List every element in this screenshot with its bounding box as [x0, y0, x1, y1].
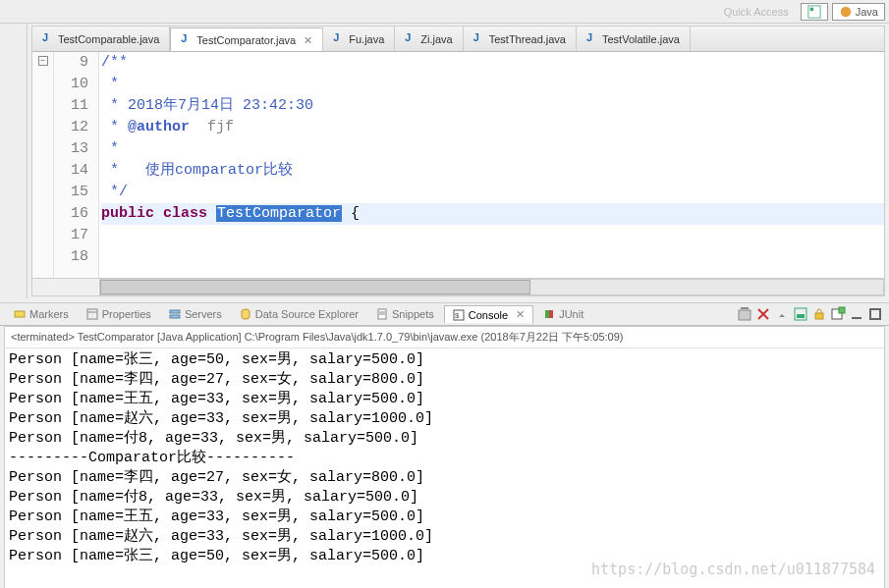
line-number: 12 — [54, 117, 88, 138]
editor-tab[interactable]: TestThread.java — [464, 27, 577, 51]
console-header: <terminated> TestComparator [Java Applic… — [5, 327, 884, 348]
markers-icon — [14, 308, 26, 320]
line-number: 13 — [54, 138, 88, 160]
code-line[interactable]: */ — [101, 182, 884, 203]
remove-all-icon[interactable] — [737, 306, 752, 322]
view-tab-label: Console — [469, 309, 508, 321]
editor-tab[interactable]: TestVolatile.java — [577, 27, 691, 51]
console-output[interactable]: Person [name=张三, age=50, sex=男, salary=5… — [5, 348, 884, 588]
code-line[interactable]: /** — [101, 52, 884, 74]
line-number: 10 — [54, 74, 88, 95]
code-line[interactable]: * @author fjf — [101, 117, 884, 138]
code-line[interactable]: * — [101, 74, 884, 95]
close-icon[interactable]: ✕ — [304, 34, 312, 47]
tab-label: TestComparable.java — [58, 33, 159, 45]
java-perspective-icon — [839, 5, 853, 19]
view-tab-properties[interactable]: Properties — [79, 306, 159, 322]
horizontal-scrollbar[interactable] — [32, 278, 884, 295]
scroll-lock-icon[interactable] — [811, 306, 827, 322]
editor-tab[interactable]: Zi.java — [395, 27, 463, 51]
java-file-icon — [584, 32, 598, 46]
line-number: 16 — [54, 203, 88, 225]
editor-tab[interactable]: TestComparable.java — [32, 27, 170, 51]
code-body[interactable]: /** * * 2018年7月14日 23:42:30 * @author fj… — [99, 52, 884, 278]
view-tab-console[interactable]: $Console✕ — [444, 305, 533, 323]
console-pane: <terminated> TestComparator [Java Applic… — [4, 326, 885, 588]
view-tab-data-source-explorer[interactable]: Data Source Explorer — [232, 306, 366, 322]
svg-rect-22 — [815, 313, 823, 319]
java-file-icon — [40, 32, 54, 46]
code-line[interactable]: public class TestComparator { — [101, 203, 884, 225]
dse-icon — [240, 308, 251, 320]
svg-rect-14 — [545, 310, 549, 318]
quick-access[interactable]: Quick Access — [724, 6, 789, 18]
java-file-icon — [331, 32, 345, 46]
editor-tab[interactable]: Fu.java — [323, 27, 395, 51]
tab-label: TestThread.java — [489, 33, 566, 45]
code-line[interactable] — [101, 225, 884, 246]
code-line[interactable]: * — [101, 138, 884, 160]
views-tabbar: MarkersPropertiesServersData Source Expl… — [0, 302, 889, 326]
svg-rect-26 — [870, 309, 880, 319]
line-number: 18 — [54, 246, 88, 268]
min-icon[interactable] — [849, 306, 864, 322]
svg-rect-1 — [809, 7, 813, 11]
view-tab-label: Servers — [185, 308, 222, 320]
svg-rect-16 — [739, 310, 750, 320]
editor-tab[interactable]: TestComparator.java✕ — [170, 27, 323, 52]
svg-rect-7 — [170, 315, 180, 318]
code-line[interactable]: * 2018年7月14日 23:42:30 — [101, 95, 884, 117]
view-tab-label: JUnit — [559, 308, 583, 320]
view-tab-servers[interactable]: Servers — [161, 306, 230, 322]
tab-label: Zi.java — [420, 33, 452, 45]
code-editor[interactable]: − 9101112131415161718 /** * * 2018年7月14日… — [32, 52, 884, 278]
fold-toggle-icon[interactable]: − — [38, 56, 48, 66]
tab-label: TestComparator.java — [196, 34, 296, 46]
snippets-icon — [376, 308, 388, 320]
svg-rect-3 — [15, 311, 25, 317]
svg-point-2 — [841, 6, 852, 17]
remove-icon[interactable] — [755, 306, 771, 322]
new-console-icon[interactable] — [830, 306, 846, 322]
line-number: 14 — [54, 160, 88, 182]
java-file-icon — [403, 32, 417, 46]
properties-icon — [86, 308, 98, 320]
view-tab-junit[interactable]: JUnit — [535, 306, 591, 322]
view-tab-label: Markers — [29, 308, 69, 320]
max-icon[interactable] — [867, 306, 883, 322]
line-number-gutter: 9101112131415161718 — [54, 52, 99, 278]
view-tab-label: Data Source Explorer — [255, 308, 359, 320]
left-gutter-panel — [0, 24, 28, 298]
view-tab-label: Snippets — [392, 308, 434, 320]
svg-rect-21 — [797, 314, 805, 318]
servers-icon — [169, 308, 181, 320]
junit-icon — [543, 308, 555, 320]
svg-rect-25 — [852, 317, 861, 319]
line-number: 9 — [54, 52, 88, 74]
code-line[interactable] — [101, 246, 884, 268]
svg-rect-6 — [170, 310, 180, 313]
svg-rect-4 — [87, 309, 97, 319]
line-number: 11 — [54, 95, 88, 117]
display-selected-icon[interactable] — [793, 306, 808, 322]
pin-icon[interactable] — [774, 306, 790, 322]
top-toolbar: Quick Access Java — [0, 0, 889, 24]
perspective-icon — [807, 5, 821, 19]
code-line[interactable]: * 使用comparator比较 — [101, 160, 884, 182]
console-icon: $ — [453, 309, 465, 321]
tab-label: TestVolatile.java — [602, 33, 680, 45]
view-tab-label: Properties — [102, 308, 151, 320]
tab-label: Fu.java — [349, 33, 384, 45]
scrollbar-thumb[interactable] — [100, 280, 530, 294]
close-icon[interactable]: ✕ — [516, 308, 525, 321]
view-tab-snippets[interactable]: Snippets — [368, 306, 442, 322]
line-number: 17 — [54, 225, 88, 246]
editor-area: TestComparable.javaTestComparator.java✕F… — [31, 26, 885, 296]
line-number: 15 — [54, 182, 88, 203]
view-tab-markers[interactable]: Markers — [6, 306, 77, 322]
open-perspective-button[interactable] — [801, 3, 828, 21]
java-file-icon — [472, 32, 485, 46]
svg-rect-15 — [549, 310, 553, 318]
perspective-java[interactable]: Java — [832, 3, 885, 21]
java-file-icon — [179, 33, 193, 47]
